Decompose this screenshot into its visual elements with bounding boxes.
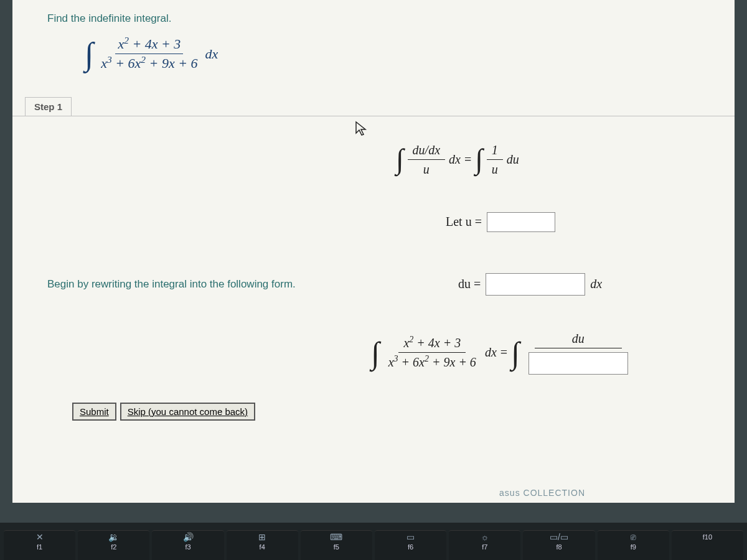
identity-right-den: u (487, 160, 503, 179)
integral-denominator: x3 + 6x2 + 9x + 6 (98, 54, 200, 72)
rewrite-eq: = (500, 345, 507, 360)
keyboard-bar: ✕ f1 🔉 f2 🔊 f3 ⊞ f4 ⌨ f5 ▭ f6 ☼ f7 ▭/▭ f… (0, 523, 747, 560)
key-label: f6 (408, 543, 413, 551)
integral-numerator: x2 + 4x + 3 (115, 36, 183, 54)
airplane-mode-icon: ✕ (36, 532, 44, 542)
key-f7[interactable]: ☼ f7 (449, 530, 520, 560)
key-label: f10 (703, 533, 712, 541)
key-label: f8 (556, 543, 561, 551)
key-label: f2 (111, 543, 116, 551)
rewrite-result-num: du (535, 329, 622, 348)
asus-tag: asus COLLECTION (499, 488, 585, 498)
problem-header: Find the indefinite integral. ∫ x2 + 4x … (12, 0, 735, 78)
integral-symbol-icon: ∫ (396, 148, 404, 171)
identity-eq: = (464, 152, 471, 167)
apps-icon: ⊞ (258, 532, 266, 542)
let-u-input[interactable] (487, 212, 555, 232)
integral-symbol-icon: ∫ (475, 148, 483, 171)
touchpad-icon: ▭ (406, 532, 415, 542)
integral-symbol-icon: ∫ (511, 340, 520, 365)
identity-left-den: u (418, 160, 435, 179)
key-label: f3 (185, 543, 190, 551)
brightness-icon: ☼ (481, 532, 489, 542)
rewrite-result-fraction: du (524, 329, 633, 376)
key-f3[interactable]: 🔊 f3 (152, 530, 223, 560)
key-f2[interactable]: 🔉 f2 (78, 530, 149, 560)
step-container: Step 1 ∫ du/dx u dx = ∫ (12, 97, 735, 446)
integral-symbol-icon: ∫ (85, 41, 93, 67)
dx-label: dx (205, 46, 218, 62)
identity-right-num: 1 (487, 141, 503, 160)
step-body: ∫ du/dx u dx = ∫ 1 u du (12, 116, 735, 446)
dx-trail: dx (590, 277, 602, 291)
key-f5[interactable]: ⌨ f5 (301, 530, 372, 560)
key-label: f9 (631, 543, 636, 551)
identity-du: du (507, 152, 519, 167)
rewrite-row: ∫ x2 + 4x + 3 x3 + 6x2 + 9x + 6 dx = ∫ (47, 315, 710, 390)
rewrite-dx: dx (485, 345, 497, 360)
buttons-row: Submit Skip (you cannot come back) (47, 390, 710, 433)
display-switch-icon: ▭/▭ (550, 532, 568, 542)
skip-link[interactable]: Skip (you cannot come back) (120, 403, 255, 421)
problem-title: Find the indefinite integral. (47, 12, 710, 25)
rewrite-den: x3 + 6x2 + 9x + 6 (383, 353, 481, 371)
rewrite-num: x2 + 4x + 3 (398, 334, 466, 353)
key-f6[interactable]: ▭ f6 (375, 530, 446, 560)
key-f8[interactable]: ▭/▭ f8 (523, 530, 594, 560)
content-page: Find the indefinite integral. ∫ x2 + 4x … (12, 0, 735, 503)
rewrite-math: ∫ x2 + 4x + 3 x3 + 6x2 + 9x + 6 dx = ∫ (371, 329, 710, 376)
key-label: f4 (260, 543, 265, 551)
volume-up-icon: 🔊 (183, 532, 194, 542)
integral-fraction: x2 + 4x + 3 x3 + 6x2 + 9x + 6 (98, 36, 200, 72)
problem-integral: ∫ x2 + 4x + 3 x3 + 6x2 + 9x + 6 dx (85, 36, 710, 72)
key-label: f7 (482, 543, 487, 551)
let-u-row: Let u = (47, 191, 710, 253)
key-f1[interactable]: ✕ f1 (4, 530, 75, 560)
key-f4[interactable]: ⊞ f4 (227, 530, 298, 560)
identity-right-fraction: 1 u (487, 141, 503, 179)
integral-symbol-icon: ∫ (371, 340, 380, 365)
instruction-text: Begin by rewriting the integral into the… (47, 278, 396, 291)
keyboard-light-icon: ⌨ (330, 532, 342, 542)
let-u-label: Let u = (446, 215, 482, 229)
identity-dx: dx (449, 152, 461, 167)
du-input[interactable] (486, 273, 585, 296)
identity-left-num: du/dx (408, 141, 445, 160)
du-right: du = dx (396, 273, 710, 296)
instruction-row: Begin by rewriting the integral into the… (47, 253, 710, 315)
identity-left-fraction: du/dx u (408, 141, 445, 179)
key-label: f5 (334, 543, 339, 551)
step-tab: Step 1 (25, 97, 72, 116)
rewrite-fraction: x2 + 4x + 3 x3 + 6x2 + 9x + 6 (383, 334, 481, 371)
let-u-right: Let u = (396, 212, 710, 232)
du-label: du = (458, 277, 481, 291)
identity-row: ∫ du/dx u dx = ∫ 1 u du (47, 129, 710, 191)
rewrite-result-den-input (524, 348, 633, 376)
identity-math: ∫ du/dx u dx = ∫ 1 u du (396, 141, 710, 179)
key-f10[interactable]: f10 (672, 530, 743, 560)
key-label: f1 (37, 543, 42, 551)
submit-button[interactable]: Submit (72, 403, 116, 421)
volume-down-icon: 🔉 (108, 532, 119, 542)
lock-icon: ⎚ (631, 532, 636, 542)
denominator-input[interactable] (529, 352, 628, 375)
key-f9[interactable]: ⎚ f9 (598, 530, 669, 560)
